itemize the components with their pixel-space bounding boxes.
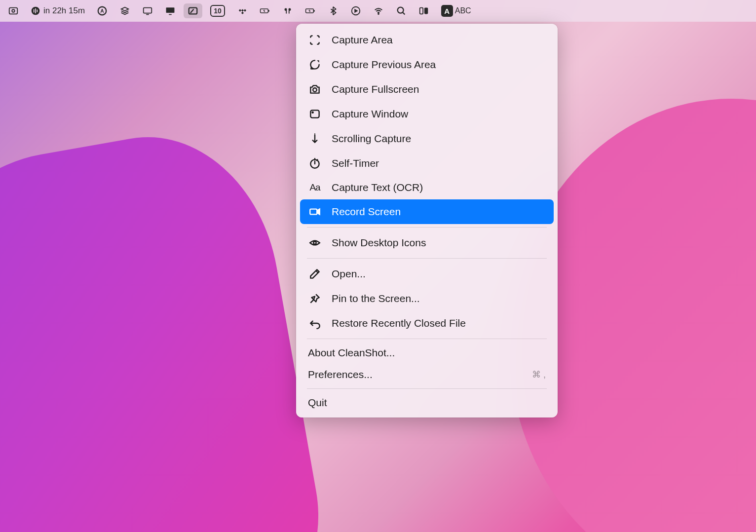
battery2-icon[interactable] xyxy=(305,5,316,16)
text-aa-icon: Aa xyxy=(308,182,322,193)
svg-rect-8 xyxy=(166,8,175,13)
menu-item-label: Capture Previous Area xyxy=(332,59,436,71)
menu-capture-previous-area[interactable]: Capture Previous Area xyxy=(300,52,554,77)
capture-previous-icon xyxy=(308,58,322,71)
menu-capture-text-ocr[interactable]: Aa Capture Text (OCR) xyxy=(300,176,554,199)
menubar: in 22h 15m 10 xyxy=(0,0,756,22)
countdown-text: in 22h 15m xyxy=(43,6,85,16)
pencil-icon xyxy=(308,267,322,280)
separator xyxy=(307,339,547,339)
input-source-a: A xyxy=(441,5,453,17)
svg-rect-20 xyxy=(424,8,428,14)
menu-item-label: Capture Fullscreen xyxy=(332,83,419,95)
menu-restore-closed-file[interactable]: Restore Recently Closed File xyxy=(300,311,554,336)
menu-item-label: Preferences... xyxy=(308,369,373,380)
svg-point-23 xyxy=(312,112,313,113)
svg-rect-19 xyxy=(419,8,422,14)
countdown-indicator[interactable]: in 22h 15m xyxy=(31,6,85,16)
bluetooth-icon[interactable] xyxy=(328,5,339,16)
control-center-icon[interactable] xyxy=(418,5,429,16)
svg-rect-10 xyxy=(239,9,241,11)
input-source-label: ABC xyxy=(455,6,471,15)
menu-record-screen[interactable]: Record Screen xyxy=(300,199,554,224)
calendar-day-icon[interactable]: 10 xyxy=(210,5,225,17)
svg-point-1 xyxy=(12,9,15,12)
airpods-icon[interactable] xyxy=(282,5,293,16)
svg-rect-13 xyxy=(241,12,244,14)
svg-point-18 xyxy=(397,7,403,13)
monitor-filled-icon[interactable] xyxy=(165,5,176,16)
menu-capture-window[interactable]: Capture Window xyxy=(300,102,554,126)
svg-rect-11 xyxy=(241,9,244,11)
svg-rect-26 xyxy=(310,209,317,215)
eye-icon xyxy=(308,236,322,249)
menu-item-label: Self-Timer xyxy=(332,157,379,169)
svg-rect-7 xyxy=(144,8,152,13)
menu-item-label: Capture Area xyxy=(332,34,393,46)
undo-icon xyxy=(308,317,322,330)
menu-pin-to-screen[interactable]: Pin to the Screen... xyxy=(300,286,554,311)
menu-item-label: About CleanShot... xyxy=(308,347,395,359)
timer-icon xyxy=(308,157,322,170)
menu-item-label: Capture Text (OCR) xyxy=(332,182,423,193)
separator xyxy=(307,258,547,259)
stack-icon[interactable] xyxy=(119,5,130,16)
app-a-icon[interactable] xyxy=(97,5,108,16)
menu-item-label: Show Desktop Icons xyxy=(332,237,426,249)
svg-point-21 xyxy=(313,88,317,92)
shortcut-text: ⌘ , xyxy=(532,369,546,380)
menu-capture-fullscreen[interactable]: Capture Fullscreen xyxy=(300,77,554,102)
menu-item-label: Record Screen xyxy=(332,206,401,218)
wifi-icon[interactable] xyxy=(373,5,384,16)
menu-item-label: Quit xyxy=(308,397,327,409)
video-camera-icon xyxy=(308,205,322,218)
menubar-left: in 22h 15m 10 xyxy=(8,3,471,18)
svg-rect-12 xyxy=(244,9,246,11)
search-icon[interactable] xyxy=(396,5,407,16)
menu-show-desktop-icons[interactable]: Show Desktop Icons xyxy=(300,230,554,255)
menu-item-label: Open... xyxy=(332,268,366,280)
svg-rect-3 xyxy=(34,9,35,13)
menu-item-label: Restore Recently Closed File xyxy=(332,317,466,329)
capture-area-icon xyxy=(308,34,322,46)
arrow-down-icon xyxy=(308,132,322,145)
svg-point-27 xyxy=(313,241,316,244)
svg-rect-5 xyxy=(37,10,38,12)
play-circle-icon[interactable] xyxy=(350,5,361,16)
separator xyxy=(307,388,547,389)
menu-quit[interactable]: Quit xyxy=(300,392,554,414)
separator xyxy=(307,227,547,228)
input-source-icon[interactable]: A ABC xyxy=(441,5,471,17)
menu-item-label: Capture Window xyxy=(332,108,408,120)
menu-item-label: Scrolling Capture xyxy=(332,133,411,145)
menu-item-label: Pin to the Screen... xyxy=(332,293,420,304)
menu-preferences[interactable]: Preferences... ⌘ , xyxy=(300,364,554,385)
svg-point-24 xyxy=(314,133,315,134)
menu-self-timer[interactable]: Self-Timer xyxy=(300,151,554,176)
menu-scrolling-capture[interactable]: Scrolling Capture xyxy=(300,126,554,151)
battery-charging-icon[interactable] xyxy=(260,5,270,16)
menu-capture-area[interactable]: Capture Area xyxy=(300,28,554,52)
svg-rect-4 xyxy=(35,8,36,13)
menu-about-cleanshot[interactable]: About CleanShot... xyxy=(300,342,554,364)
calendar-day-text: 10 xyxy=(214,7,222,15)
menu-open[interactable]: Open... xyxy=(300,262,554,286)
tidal-icon[interactable] xyxy=(237,5,248,16)
svg-point-6 xyxy=(98,7,107,15)
pin-icon xyxy=(308,292,322,305)
window-icon xyxy=(308,108,322,120)
camera-app-icon[interactable] xyxy=(8,5,19,16)
svg-point-17 xyxy=(378,13,379,14)
cleanshot-dropdown: Capture Area Capture Previous Area Captu… xyxy=(296,24,558,418)
cleanshot-icon[interactable] xyxy=(184,3,202,18)
camera-icon xyxy=(308,83,322,96)
svg-rect-22 xyxy=(310,110,319,117)
display-icon[interactable] xyxy=(142,5,153,16)
svg-rect-0 xyxy=(9,8,18,14)
